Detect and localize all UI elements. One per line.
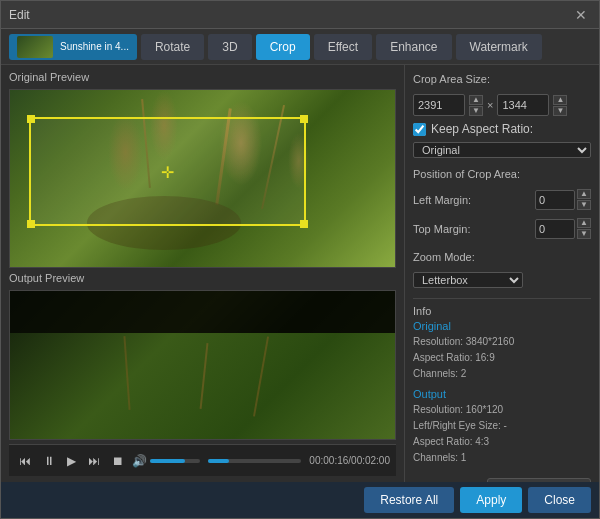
height-input[interactable] bbox=[497, 94, 549, 116]
out-ar: Aspect Ratio: 4:3 bbox=[413, 434, 591, 450]
crop-center-icon: ✛ bbox=[161, 162, 174, 181]
out-ch: Channels: 1 bbox=[413, 450, 591, 466]
top-margin-input-wrap: ▲ ▼ bbox=[535, 218, 591, 239]
title-bar: Edit ✕ bbox=[1, 1, 599, 29]
pause-button[interactable]: ⏸ bbox=[39, 452, 59, 470]
play-button[interactable]: ▶ bbox=[63, 452, 80, 470]
left-margin-input[interactable] bbox=[535, 190, 575, 210]
top-margin-down[interactable]: ▼ bbox=[577, 229, 591, 239]
keep-aspect-checkbox[interactable] bbox=[413, 123, 426, 136]
height-up[interactable]: ▲ bbox=[553, 95, 567, 105]
next-button[interactable]: ⏭ bbox=[84, 452, 104, 470]
close-icon[interactable]: ✕ bbox=[571, 5, 591, 25]
thumbnail-label: Sunshine in 4... bbox=[60, 41, 129, 52]
tab-watermark[interactable]: Watermark bbox=[456, 34, 542, 60]
original-info: Resolution: 3840*2160 Aspect Ratio: 16:9… bbox=[413, 334, 591, 382]
window-title: Edit bbox=[9, 8, 30, 22]
output-info: Resolution: 160*120 Left/Right Eye Size:… bbox=[413, 402, 591, 466]
volume-icon: 🔊 bbox=[132, 454, 147, 468]
tabs-bar: Sunshine in 4... Rotate 3D Crop Effect E… bbox=[1, 29, 599, 65]
top-margin-label: Top Margin: bbox=[413, 223, 488, 235]
orig-res: Resolution: 3840*2160 bbox=[413, 334, 591, 350]
tab-enhance[interactable]: Enhance bbox=[376, 34, 451, 60]
keep-aspect-label: Keep Aspect Ratio: bbox=[431, 122, 533, 136]
left-margin-input-wrap: ▲ ▼ bbox=[535, 189, 591, 210]
left-margin-up[interactable]: ▲ bbox=[577, 189, 591, 199]
restore-all-button[interactable]: Restore All bbox=[364, 487, 454, 513]
top-margin-input[interactable] bbox=[535, 219, 575, 239]
edit-window: Edit ✕ Sunshine in 4... Rotate 3D Crop E… bbox=[0, 0, 600, 519]
output-preview bbox=[9, 290, 396, 440]
original-preview: ✛ bbox=[9, 89, 396, 268]
left-margin-spinners: ▲ ▼ bbox=[577, 189, 591, 210]
tab-3d[interactable]: 3D bbox=[208, 34, 251, 60]
original-image: ✛ bbox=[10, 90, 395, 267]
controls-bar: ⏮ ⏸ ▶ ⏭ ⏹ 🔊 00:00:16/00:02:00 bbox=[9, 444, 396, 476]
prev-button[interactable]: ⏮ bbox=[15, 452, 35, 470]
orig-ch: Channels: 2 bbox=[413, 366, 591, 382]
progress-fill bbox=[208, 459, 229, 463]
zoom-mode-label: Zoom Mode: bbox=[413, 251, 591, 263]
keep-aspect-row: Keep Aspect Ratio: bbox=[413, 122, 591, 136]
out-eye: Left/Right Eye Size: - bbox=[413, 418, 591, 434]
width-up[interactable]: ▲ bbox=[469, 95, 483, 105]
crop-handle-tl[interactable] bbox=[27, 115, 35, 123]
volume-fill bbox=[150, 459, 185, 463]
dark-overlay bbox=[10, 291, 395, 332]
progress-bar[interactable] bbox=[208, 459, 301, 463]
volume-control: 🔊 bbox=[132, 454, 200, 468]
output-subtitle: Output bbox=[413, 388, 591, 400]
left-margin-row: Left Margin: ▲ ▼ bbox=[413, 189, 591, 210]
info-section: Info Original Resolution: 3840*2160 Aspe… bbox=[413, 298, 591, 466]
tab-effect[interactable]: Effect bbox=[314, 34, 372, 60]
stop-button[interactable]: ⏹ bbox=[108, 452, 128, 470]
width-down[interactable]: ▼ bbox=[469, 106, 483, 116]
size-row: ▲ ▼ × ▲ ▼ bbox=[413, 94, 591, 116]
height-spinners: ▲ ▼ bbox=[553, 95, 567, 116]
volume-bar[interactable] bbox=[150, 459, 200, 463]
left-panel: Original Preview ✛ bbox=[1, 65, 404, 482]
aspect-select[interactable]: Original bbox=[413, 142, 591, 158]
zoom-select[interactable]: Letterbox bbox=[413, 272, 523, 288]
original-subtitle: Original bbox=[413, 320, 591, 332]
height-down[interactable]: ▼ bbox=[553, 106, 567, 116]
width-input[interactable] bbox=[413, 94, 465, 116]
x-separator: × bbox=[487, 99, 493, 111]
thumbnail-tab[interactable]: Sunshine in 4... bbox=[9, 34, 137, 60]
top-margin-spinners: ▲ ▼ bbox=[577, 218, 591, 239]
apply-button[interactable]: Apply bbox=[460, 487, 522, 513]
left-margin-label: Left Margin: bbox=[413, 194, 488, 206]
crop-handle-tr[interactable] bbox=[300, 115, 308, 123]
orig-ar: Aspect Ratio: 16:9 bbox=[413, 350, 591, 366]
right-panel: Crop Area Size: ▲ ▼ × ▲ ▼ Keep Aspect Ra… bbox=[404, 65, 599, 482]
bottom-action-bar: Restore All Apply Close bbox=[1, 482, 599, 518]
tab-crop[interactable]: Crop bbox=[256, 34, 310, 60]
width-spinners: ▲ ▼ bbox=[469, 95, 483, 116]
original-preview-label: Original Preview bbox=[9, 71, 396, 83]
crop-size-label: Crop Area Size: bbox=[413, 73, 591, 85]
position-label: Position of Crop Area: bbox=[413, 168, 591, 180]
top-margin-row: Top Margin: ▲ ▼ bbox=[413, 218, 591, 239]
tab-rotate[interactable]: Rotate bbox=[141, 34, 204, 60]
info-title: Info bbox=[413, 305, 591, 317]
crop-handle-br[interactable] bbox=[300, 220, 308, 228]
close-button[interactable]: Close bbox=[528, 487, 591, 513]
output-preview-label: Output Preview bbox=[9, 272, 396, 284]
crop-selection-box[interactable]: ✛ bbox=[29, 117, 306, 227]
output-image bbox=[10, 291, 395, 439]
out-res: Resolution: 160*120 bbox=[413, 402, 591, 418]
time-display: 00:00:16/00:02:00 bbox=[309, 455, 390, 466]
content-area: Original Preview ✛ bbox=[1, 65, 599, 482]
crop-handle-bl[interactable] bbox=[27, 220, 35, 228]
left-margin-down[interactable]: ▼ bbox=[577, 200, 591, 210]
top-margin-up[interactable]: ▲ bbox=[577, 218, 591, 228]
